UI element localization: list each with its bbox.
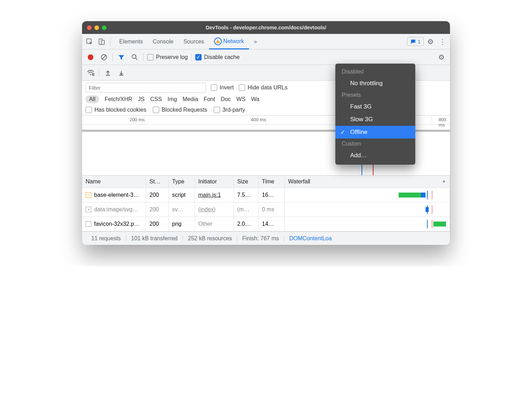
menu-item-fast-3g[interactable]: Fast 3G [335, 100, 415, 113]
timeline-tick: 400 ms [251, 117, 266, 122]
maximize-icon[interactable] [102, 25, 106, 30]
cell-type: sv… [168, 202, 195, 217]
cell-initiator[interactable]: (index) [198, 206, 216, 212]
chip-doc[interactable]: Doc [221, 96, 231, 102]
col-time[interactable]: Time [258, 176, 284, 188]
invert-label: Invert [220, 84, 234, 91]
filter-input[interactable] [86, 83, 206, 93]
menu-group-presets: Presets [335, 90, 415, 100]
more-button[interactable]: ⋮ [437, 36, 448, 47]
waterfall-bar [288, 205, 446, 214]
search-button[interactable] [130, 52, 140, 62]
script-file-icon: ⟨⟩ [86, 192, 91, 198]
blocked-requests-checkbox[interactable]: Blocked Requests [153, 107, 207, 113]
col-type[interactable]: Type [168, 176, 195, 188]
main-tabbar: Elements Console Sources Network » 1 ⚙ ⋮ [82, 34, 450, 49]
tab-network[interactable]: Network [209, 34, 249, 49]
col-initiator[interactable]: Initiator [195, 176, 233, 188]
checkbox-icon [211, 84, 217, 91]
issues-count: 1 [418, 39, 421, 45]
kebab-icon: ⋮ [439, 37, 446, 46]
import-har-button[interactable] [103, 68, 113, 78]
chip-ws[interactable]: WS [236, 96, 245, 102]
hide-data-urls-checkbox[interactable]: Hide data URLs [239, 84, 288, 91]
menu-item-add[interactable]: Add… [335, 149, 415, 162]
record-button[interactable] [86, 52, 96, 62]
separator [191, 53, 192, 61]
blocked-requests-label: Blocked Requests [162, 107, 207, 113]
checkbox-icon [147, 54, 154, 60]
inspect-icon[interactable] [84, 36, 95, 47]
titlebar: DevTools - developer.chrome.com/docs/dev… [82, 21, 450, 34]
table-row[interactable]: ⟨⟩base-element-3… 200 script main.js:1 7… [82, 188, 450, 202]
chip-css[interactable]: CSS [150, 96, 162, 102]
separator [143, 53, 144, 61]
tab-console[interactable]: Console [148, 34, 179, 49]
upload-icon [105, 70, 111, 76]
panel-tabs: Elements Console Sources Network » [114, 34, 262, 49]
svg-line-4 [102, 55, 106, 59]
col-status[interactable]: St… [146, 176, 168, 188]
svg-point-7 [90, 74, 91, 75]
table-row[interactable]: ▾data:image/svg… 200 sv… (index) (m… 0 m… [82, 202, 450, 217]
chip-all[interactable]: All [86, 95, 99, 103]
gear-icon: ⚙ [427, 37, 434, 46]
cell-name: favicon-32x32.p… [94, 221, 140, 227]
minimize-icon[interactable] [94, 25, 99, 30]
tab-overflow[interactable]: » [249, 34, 262, 49]
chip-img[interactable]: Img [168, 96, 177, 102]
third-party-label: 3rd-party [222, 107, 245, 113]
clear-button[interactable] [99, 52, 109, 62]
export-har-button[interactable] [116, 68, 126, 78]
menu-item-no-throttling[interactable]: No throttling [335, 77, 415, 90]
status-resources: 252 kB resources [183, 235, 237, 242]
chip-font[interactable]: Font [204, 96, 215, 102]
tab-sources[interactable]: Sources [178, 34, 209, 49]
filter-toggle[interactable] [116, 52, 126, 62]
network-settings-button[interactable]: ⚙ [436, 52, 446, 62]
requests-table: Name St… Type Initiator Size Time Waterf… [82, 176, 450, 231]
cell-initiator[interactable]: main.js:1 [198, 192, 221, 198]
chip-fetchxhr[interactable]: Fetch/XHR [105, 96, 132, 102]
cell-status: 200 [146, 188, 168, 202]
hide-data-urls-label: Hide data URLs [248, 84, 288, 91]
col-name[interactable]: Name [82, 176, 146, 188]
disable-cache-checkbox[interactable]: ✓ Disable cache [195, 54, 240, 60]
chip-wasm[interactable]: Wa [251, 96, 259, 102]
preserve-log-label: Preserve log [156, 54, 188, 60]
cell-time: 0 ms [258, 202, 284, 217]
col-size[interactable]: Size [233, 176, 258, 188]
gear-icon: ⚙ [438, 53, 445, 61]
menu-item-slow-3g[interactable]: Slow 3G [335, 113, 415, 126]
checkbox-icon [86, 107, 92, 113]
device-toggle-icon[interactable] [96, 36, 107, 47]
chip-js[interactable]: JS [138, 96, 145, 102]
preserve-log-checkbox[interactable]: Preserve log [147, 54, 188, 60]
third-party-checkbox[interactable]: 3rd-party [214, 107, 245, 113]
wifi-icon [87, 70, 94, 76]
menu-group-disabled: Disabled [335, 66, 415, 77]
close-icon[interactable] [87, 25, 92, 30]
tab-elements[interactable]: Elements [114, 34, 148, 49]
timeline-tick: 200 ms [129, 117, 145, 122]
menu-item-offline[interactable]: Offline [335, 126, 415, 139]
table-row[interactable]: favicon-32x32.p… 200 png Other 2.0… 14… [82, 217, 450, 231]
network-conditions-button[interactable] [86, 68, 96, 78]
blocked-cookies-checkbox[interactable]: Has blocked cookies [86, 107, 146, 113]
checkbox-checked-icon: ✓ [195, 54, 202, 60]
cell-type: png [168, 217, 195, 231]
settings-button[interactable]: ⚙ [425, 36, 436, 47]
tab-network-label: Network [223, 38, 244, 45]
col-waterfall[interactable]: Waterfall [284, 176, 450, 188]
blocked-cookies-label: Has blocked cookies [94, 107, 146, 113]
cell-time: 16… [258, 188, 284, 202]
disable-cache-label: Disable cache [204, 54, 240, 60]
cell-size: (m… [233, 202, 258, 217]
checkbox-icon [153, 107, 159, 113]
invert-checkbox[interactable]: Invert [211, 84, 234, 91]
issues-badge[interactable]: 1 [407, 37, 424, 46]
status-finish: Finish: 767 ms [237, 235, 284, 242]
devtools-window: DevTools - developer.chrome.com/docs/dev… [82, 21, 450, 245]
chip-media[interactable]: Media [183, 96, 198, 102]
image-file-icon [86, 221, 91, 227]
